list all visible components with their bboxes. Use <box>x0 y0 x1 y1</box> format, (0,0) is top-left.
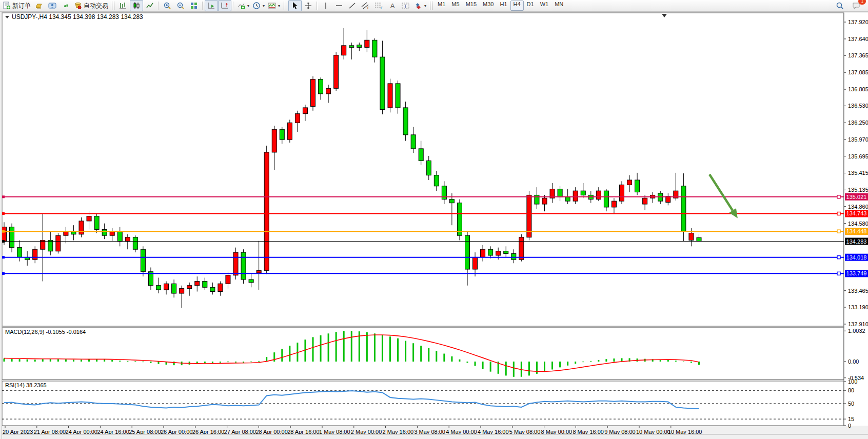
toolbar-separator <box>317 2 318 10</box>
candlestick-icon <box>132 2 141 10</box>
window-bottom-edge <box>2 434 868 439</box>
new-order-button[interactable]: 新订单 <box>1 0 32 11</box>
time-axis[interactable]: 20 Apr 202321 Apr 08:0024 Apr 00:0024 Ap… <box>3 426 702 435</box>
toolbar-separator <box>158 2 159 10</box>
toolbar-separator <box>202 2 203 10</box>
svg-text:2 May 00:00: 2 May 00:00 <box>351 429 382 435</box>
zoom-in-button[interactable] <box>161 0 174 11</box>
arrows-icon <box>414 2 422 10</box>
svg-text:T: T <box>404 4 407 9</box>
news-button[interactable] <box>59 0 72 11</box>
toolbar-separator <box>233 2 234 10</box>
bar-chart-icon <box>119 2 127 10</box>
auto-scroll-icon <box>207 2 215 10</box>
svg-text:3 May 08:00: 3 May 08:00 <box>414 429 445 435</box>
community-button[interactable] <box>46 0 59 11</box>
text-label-button[interactable]: T <box>399 0 412 11</box>
auto-scroll-button[interactable] <box>205 0 218 11</box>
gold-bar-icon <box>35 2 43 10</box>
svg-text:F: F <box>381 6 383 10</box>
svg-text:134.448: 134.448 <box>846 228 867 234</box>
svg-text:134.580: 134.580 <box>848 221 868 227</box>
svg-text:21 Apr 08:00: 21 Apr 08:00 <box>34 429 66 435</box>
tf-h1-button[interactable]: H1 <box>497 1 510 11</box>
svg-text:137.365: 137.365 <box>848 52 868 58</box>
svg-text:134.860: 134.860 <box>848 204 868 210</box>
symbol-ohlc-text: USDJPY-,H4 134.345 134.398 134.283 134.2… <box>12 13 143 21</box>
svg-text:1 May 08:00: 1 May 08:00 <box>319 429 350 435</box>
svg-text:9 May 08:00: 9 May 08:00 <box>604 429 636 435</box>
svg-text:137.920: 137.920 <box>848 19 868 25</box>
vertical-line-button[interactable] <box>319 0 332 11</box>
svg-text:1.0032: 1.0032 <box>848 328 865 334</box>
tf-m5-button[interactable]: M5 <box>448 1 462 11</box>
svg-text:10 May 00:00: 10 May 00:00 <box>636 429 670 435</box>
tf-m15-button[interactable]: M15 <box>463 1 480 11</box>
macd-label: MACD(12,26,9) -0.1055 -0.0164 <box>5 329 86 335</box>
tf-m30-button[interactable]: M30 <box>480 1 497 11</box>
cursor-button[interactable] <box>288 0 302 11</box>
channel-icon: E <box>361 2 370 10</box>
svg-text:135.695: 135.695 <box>848 153 868 159</box>
svg-text:0: 0 <box>848 423 851 429</box>
toolbar-grip <box>112 2 114 10</box>
tf-mn-button[interactable]: MN <box>551 1 566 11</box>
svg-text:134.743: 134.743 <box>846 210 867 216</box>
fibonacci-icon: F <box>374 2 384 10</box>
svg-text:134.018: 134.018 <box>846 254 867 261</box>
svg-text:135.415: 135.415 <box>848 170 868 176</box>
auto-trading-button[interactable]: 自动交易 <box>72 0 110 11</box>
arrows-button[interactable]: ▾ <box>412 0 428 11</box>
tf-h4-button[interactable]: H4 <box>510 1 524 11</box>
chart-shift-button[interactable] <box>218 0 231 11</box>
new-order-icon <box>3 2 11 10</box>
chat-button[interactable]: 1 <box>850 0 863 11</box>
text-button[interactable]: A <box>386 0 399 11</box>
horizontal-line-button[interactable] <box>332 0 346 11</box>
toolbar-grip <box>284 2 286 10</box>
svg-text:15: 15 <box>848 416 854 422</box>
candlestick-chart-button[interactable] <box>130 0 143 11</box>
svg-text:8 May 16:00: 8 May 16:00 <box>573 429 604 435</box>
svg-text:26 Apr 16:00: 26 Apr 16:00 <box>192 429 224 435</box>
trendline-button[interactable] <box>346 0 359 11</box>
dropdown-arrow-icon: ▾ <box>247 4 249 8</box>
tile-windows-button[interactable] <box>187 0 201 11</box>
zoom-out-button[interactable] <box>174 0 187 11</box>
svg-text:136.530: 136.530 <box>848 103 868 109</box>
chart-shift-icon <box>221 2 229 10</box>
search-button[interactable] <box>833 0 846 11</box>
svg-text:136.250: 136.250 <box>848 119 868 126</box>
line-chart-icon <box>146 2 154 10</box>
svg-text:20 Apr 2023: 20 Apr 2023 <box>3 429 33 435</box>
svg-text:28 Apr 16:00: 28 Apr 16:00 <box>287 429 319 435</box>
svg-text:27 Apr 08:00: 27 Apr 08:00 <box>224 429 256 435</box>
toolbar-grip <box>430 2 432 10</box>
cursor-icon <box>291 2 299 10</box>
fibonacci-button[interactable]: F <box>372 0 386 11</box>
auto-trading-icon <box>74 2 82 10</box>
tf-d1-button[interactable]: D1 <box>524 1 537 11</box>
horizontal-line-icon <box>335 2 343 10</box>
zoom-in-icon <box>163 2 171 10</box>
svg-text:2 May 16:00: 2 May 16:00 <box>383 429 414 435</box>
svg-text:E: E <box>367 6 370 10</box>
tf-m1-button[interactable]: M1 <box>435 1 448 11</box>
periods-button[interactable]: ▾ <box>251 0 266 11</box>
indicators-button[interactable]: ▾ <box>235 0 251 11</box>
bar-chart-button[interactable] <box>116 0 130 11</box>
trendline-icon <box>348 2 357 10</box>
signal-icon <box>62 2 70 10</box>
svg-text:134.283: 134.283 <box>846 238 867 245</box>
chart-area[interactable]: 135.021134.743134.448134.283134.018133.7… <box>2 12 868 439</box>
svg-text:28 Apr 00:00: 28 Apr 00:00 <box>255 429 287 435</box>
templates-button[interactable]: ▾ <box>266 0 282 11</box>
market-depth-button[interactable] <box>32 0 46 11</box>
svg-text:132.910: 132.910 <box>848 321 868 327</box>
auto-trading-label: 自动交易 <box>84 2 108 10</box>
crosshair-button[interactable] <box>302 0 315 11</box>
line-chart-button[interactable] <box>143 0 156 11</box>
tf-w1-button[interactable]: W1 <box>537 1 552 11</box>
equidistant-channel-button[interactable]: E <box>359 0 372 11</box>
svg-text:8 May 00:00: 8 May 00:00 <box>541 429 573 435</box>
